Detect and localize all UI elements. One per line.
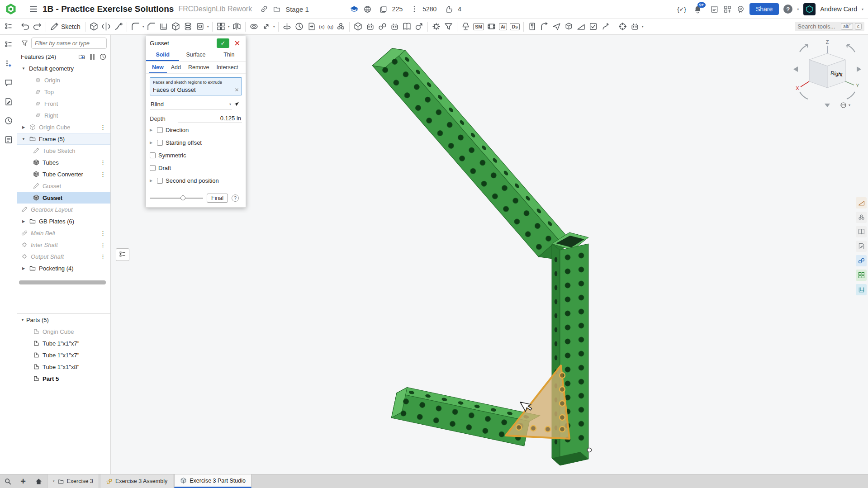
clear-selection-icon[interactable]	[235, 86, 239, 93]
dialog-subtab-new[interactable]: New	[149, 63, 167, 73]
symmetric-checkbox[interactable]	[150, 152, 156, 158]
feature-output-shaft[interactable]: Output Shaft ⋮	[17, 251, 110, 262]
rollback-icon[interactable]	[99, 52, 107, 60]
parts-caret-icon[interactable]: ▼	[21, 318, 24, 322]
feature-gusset-sketch[interactable]: Gusset	[17, 180, 110, 192]
dock-clipboard-icon[interactable]	[856, 241, 867, 252]
filter-tools-icon[interactable]	[442, 21, 455, 32]
direction-expand-icon[interactable]: ▶	[150, 128, 154, 132]
copies-icon[interactable]	[379, 5, 388, 14]
tree-caret-icon[interactable]: ▶	[21, 125, 26, 129]
extrude-icon[interactable]	[88, 21, 100, 32]
second-end-expand-icon[interactable]: ▶	[150, 179, 154, 183]
feature-folder-pocketing[interactable]: ▶ Pocketing (4)	[17, 262, 110, 274]
wedge-icon[interactable]	[575, 21, 587, 32]
dropdown-caret-icon[interactable]: ▾	[227, 24, 231, 28]
tree-caret-icon[interactable]: ▼	[21, 137, 26, 141]
split-icon[interactable]	[281, 21, 293, 32]
belt-feature-icon[interactable]	[376, 21, 389, 32]
gear-generator-icon[interactable]	[413, 21, 425, 32]
dialog-subtab-intersect[interactable]: Intersect	[213, 63, 242, 73]
shell-icon[interactable]	[157, 21, 170, 32]
lamp-feature-icon[interactable]	[460, 21, 472, 32]
linear-pattern-icon[interactable]	[215, 21, 227, 32]
end-type-dropdown[interactable]: Blind ▾	[150, 99, 232, 109]
likes-icon[interactable]	[445, 5, 453, 14]
starting-offset-checkbox[interactable]	[157, 140, 163, 146]
document-title[interactable]: 1B - Practice Exercise Solutions	[43, 4, 174, 14]
avatar[interactable]	[803, 3, 816, 15]
feature-script-icon[interactable]: {✓}	[677, 6, 686, 13]
cancel-button[interactable]	[232, 38, 242, 48]
draft-checkbox[interactable]	[150, 165, 156, 171]
search-tools[interactable]: alt/` c	[795, 22, 864, 31]
feature-folder-frame[interactable]: ▼ Frame (5)	[17, 133, 110, 145]
dialog-tab-solid[interactable]: Solid	[146, 50, 179, 61]
main-menu-icon[interactable]	[29, 5, 38, 14]
hole-icon[interactable]	[194, 21, 206, 32]
fillet-icon[interactable]	[129, 21, 142, 32]
part-tube-1x1x7-b[interactable]: Tube 1"x1"x7"	[17, 349, 110, 361]
revolve-icon[interactable]	[100, 21, 112, 32]
dock-ramp-icon[interactable]	[856, 197, 867, 208]
feature-origin[interactable]: Origin	[17, 74, 110, 86]
final-button[interactable]: Final	[207, 194, 228, 203]
new-tab-button[interactable]: +	[15, 474, 31, 488]
tree-caret-icon[interactable]: ▼	[21, 66, 26, 71]
configurations-icon[interactable]	[4, 40, 13, 51]
ai-feature-icon[interactable]: Ai	[498, 22, 509, 31]
checklist-icon[interactable]	[4, 135, 13, 146]
origin-point[interactable]	[588, 448, 592, 452]
robot-config-icon[interactable]	[629, 21, 641, 32]
dropdown-caret-icon[interactable]: ▾	[206, 24, 210, 28]
folder-icon[interactable]	[273, 5, 281, 13]
feature-main-belt[interactable]: Main Belt ⋮	[17, 227, 110, 239]
variable-icon[interactable]: (x)	[318, 23, 326, 30]
boolean-icon[interactable]	[248, 21, 260, 32]
link-icon[interactable]	[260, 5, 268, 13]
sketch-button[interactable]: Sketch	[48, 21, 83, 32]
dialog-subtab-add[interactable]: Add	[168, 63, 184, 73]
folder-name[interactable]: Stage 1	[285, 5, 309, 13]
user-menu-caret-icon[interactable]: ▾	[862, 7, 863, 11]
robot-feature-icon[interactable]	[364, 21, 376, 32]
confirm-button[interactable]: ✓	[217, 38, 229, 48]
feature-tube-sketch[interactable]: Tube Sketch	[17, 145, 110, 156]
feature-origin-cube[interactable]: ▶ Origin Cube ⋮	[17, 121, 110, 133]
perspective-toggle[interactable]: ▾	[840, 101, 850, 109]
dialog-tab-thin[interactable]: Thin	[213, 50, 246, 61]
part-5[interactable]: Part 5	[17, 373, 110, 384]
fasten-icon[interactable]	[526, 21, 538, 32]
apps-icon[interactable]	[723, 5, 732, 14]
feature-inter-shaft[interactable]: Inter Shaft ⋮	[17, 239, 110, 251]
user-name[interactable]: Andrew Card	[820, 5, 857, 13]
feature-list-toggle[interactable]	[116, 248, 129, 261]
lookup-table-icon[interactable]: (q)	[326, 23, 335, 30]
insert-folder-icon[interactable]	[78, 52, 85, 60]
feature-default-geometry[interactable]: ▼ Default geometry	[17, 62, 110, 74]
tasks-icon[interactable]	[710, 5, 719, 14]
dialog-help-icon[interactable]: ?	[232, 194, 239, 202]
notes-icon[interactable]	[4, 97, 13, 108]
sheet-metal-icon[interactable]: SM	[472, 22, 485, 31]
dialog-tab-surface[interactable]: Surface	[179, 50, 212, 61]
modify-fillet-icon[interactable]	[293, 21, 305, 32]
view-cube[interactable]: Z X Y Right	[791, 38, 864, 113]
feature-plane-right[interactable]: Right	[17, 109, 110, 121]
dialog-subtab-remove[interactable]: Remove	[185, 63, 213, 73]
suppress-pause-icon[interactable]	[90, 54, 95, 60]
model-horizontal-tube[interactable]	[391, 385, 540, 448]
animation-icon[interactable]	[485, 21, 498, 32]
helix-icon[interactable]	[182, 21, 194, 32]
transform-icon[interactable]	[260, 21, 272, 32]
design-studio-icon[interactable]: Ds	[508, 22, 521, 31]
parts-library-icon[interactable]	[401, 21, 413, 32]
redo-icon[interactable]	[31, 21, 43, 32]
sketch-check-icon[interactable]	[587, 21, 599, 32]
feature-plane-front[interactable]: Front	[17, 98, 110, 109]
feature-gearbox-layout[interactable]: Gearbox Layout	[17, 204, 110, 215]
tab-exercise-3-assembly[interactable]: Exercise 3 Assembly	[100, 474, 173, 488]
slider-handle[interactable]	[180, 195, 185, 200]
onshape-logo-icon[interactable]	[5, 3, 17, 15]
dock-goggles-icon[interactable]	[856, 255, 867, 266]
